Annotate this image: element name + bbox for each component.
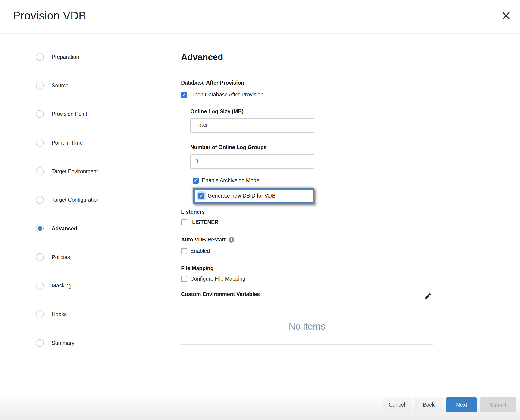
auto-vdb-restart-header: Auto VDB Restart i	[181, 237, 433, 243]
heading-divider	[181, 71, 433, 71]
archivelog-label: Enable Archivelog Mode	[202, 177, 259, 184]
step-label: Target Configuration	[52, 196, 100, 204]
dialog-title: Provision VDB	[13, 9, 86, 22]
step-circle	[36, 196, 44, 204]
submit-button[interactable]: Submit	[480, 397, 516, 412]
step-hooks[interactable]: Hooks	[0, 310, 160, 318]
custom-env-vars-label: Custom Environment Variables	[181, 291, 260, 297]
step-provision-point[interactable]: Provision Point	[0, 110, 160, 118]
enabled-row: Enabled	[181, 248, 433, 254]
pencil-icon[interactable]	[424, 292, 432, 301]
no-items-text: No items	[289, 321, 325, 332]
step-label: Policies	[52, 253, 70, 261]
step-circle	[36, 53, 44, 61]
step-label: Masking	[52, 282, 71, 290]
step-label: Point In Time	[52, 139, 83, 147]
step-target-environment[interactable]: Target Environment	[0, 167, 160, 175]
provision-vdb-dialog: Provision VDB Preparation Source Provisi…	[0, 0, 520, 420]
step-circle	[36, 167, 44, 175]
listener-checkbox[interactable]	[181, 219, 187, 225]
open-database-label: Open Database After Provision	[190, 92, 264, 98]
step-circle	[36, 82, 44, 90]
cancel-button[interactable]: Cancel	[382, 397, 412, 412]
custom-env-vars-header: Custom Environment Variables	[181, 291, 433, 301]
step-circle	[36, 253, 44, 261]
step-circle	[36, 339, 44, 347]
step-masking[interactable]: Masking	[0, 282, 160, 290]
listeners-label: Listeners	[181, 209, 433, 215]
file-mapping-label: File Mapping	[181, 265, 433, 271]
back-button[interactable]: Back	[414, 397, 443, 412]
dbid-highlight-box: Generate new DBID for VDB	[193, 188, 314, 204]
step-circle	[36, 310, 44, 318]
open-database-checkbox[interactable]	[181, 92, 187, 98]
configure-file-mapping-checkbox[interactable]	[181, 276, 187, 282]
generate-dbid-checkbox[interactable]	[198, 193, 204, 199]
step-circle	[36, 139, 44, 147]
step-label: Hooks	[52, 310, 67, 318]
close-icon[interactable]	[501, 10, 512, 21]
custom-env-vars-empty-list: No items	[181, 308, 433, 345]
info-icon[interactable]: i	[228, 237, 234, 243]
step-circle	[36, 282, 44, 290]
advanced-panel: Advanced Database After Provision Open D…	[181, 52, 433, 345]
dbid-row: Generate new DBID for VDB	[198, 193, 309, 199]
footer-buttons: Cancel Back Next Submit	[382, 397, 516, 412]
step-policies[interactable]: Policies	[0, 253, 160, 261]
enabled-label: Enabled	[190, 248, 210, 254]
step-preparation[interactable]: Preparation	[0, 53, 160, 61]
page-title: Advanced	[181, 52, 433, 62]
auto-vdb-restart-label: Auto VDB Restart	[181, 237, 226, 243]
listener-label: LISTENER	[192, 219, 218, 225]
db-options-group: Online Log Size (MB) Number of Online Lo…	[190, 108, 433, 204]
configure-file-mapping-row: Configure File Mapping	[181, 276, 433, 282]
auto-restart-enabled-checkbox[interactable]	[181, 248, 187, 254]
step-label: Provision Point	[52, 110, 87, 118]
step-advanced[interactable]: Advanced	[0, 225, 160, 232]
listener-row: LISTENER	[181, 219, 433, 225]
generate-dbid-label: Generate new DBID for VDB	[208, 193, 276, 199]
step-circle-active	[36, 225, 44, 232]
archivelog-checkbox[interactable]	[193, 178, 199, 184]
next-button[interactable]: Next	[446, 397, 477, 412]
log-groups-input[interactable]	[190, 154, 314, 169]
step-label: Preparation	[52, 53, 79, 61]
step-point-in-time[interactable]: Point In Time	[0, 139, 160, 147]
step-source[interactable]: Source	[0, 82, 160, 90]
step-target-configuration[interactable]: Target Configuration	[0, 196, 160, 204]
online-log-size-label: Online Log Size (MB)	[190, 108, 433, 115]
open-database-row: Open Database After Provision	[181, 92, 433, 98]
step-summary[interactable]: Summary	[0, 339, 160, 347]
log-groups-label: Number of Online Log Groups	[190, 144, 433, 150]
step-label: Advanced	[52, 225, 77, 232]
archivelog-row: Enable Archivelog Mode	[193, 177, 433, 184]
step-label: Source	[52, 82, 69, 90]
database-after-provision-label: Database After Provision	[181, 80, 433, 86]
configure-file-mapping-label: Configure File Mapping	[190, 276, 245, 282]
step-label: Target Environment	[52, 167, 98, 175]
step-label: Summary	[52, 339, 74, 347]
step-circle	[36, 110, 44, 118]
dialog-header: Provision VDB	[0, 0, 520, 33]
wizard-stepper: Preparation Source Provision Point Point…	[0, 34, 160, 420]
online-log-size-input[interactable]	[190, 118, 314, 133]
